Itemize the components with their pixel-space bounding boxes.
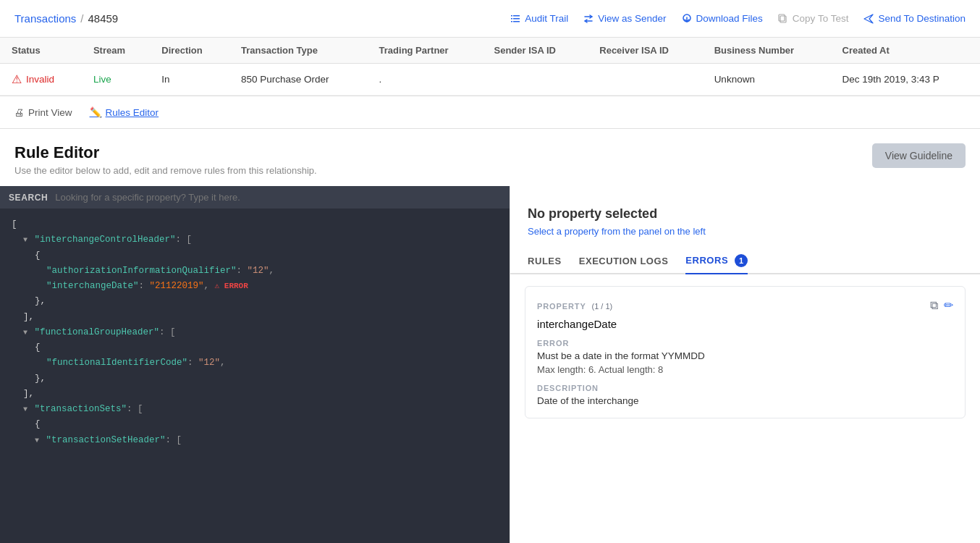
transaction-table: Status Stream Direction Transaction Type… <box>0 38 980 96</box>
copy-card-icon: ⧉ <box>930 299 938 311</box>
cell-business-number: Unknown <box>703 64 831 96</box>
download-icon <box>681 13 693 25</box>
cell-trading-partner: . <box>368 64 483 96</box>
svg-rect-2 <box>511 18 512 20</box>
print-view-link[interactable]: 🖨 Print View <box>14 107 72 118</box>
search-input[interactable] <box>55 192 501 203</box>
audit-trail-button[interactable]: Audit Trail <box>510 13 568 25</box>
errors-badge: 1 <box>735 254 748 267</box>
print-icon: 🖨 <box>14 107 25 118</box>
table-row: ⚠ Invalid Live In 850 Purchase Order . U… <box>0 64 980 96</box>
svg-rect-4 <box>511 21 512 22</box>
main-content: SEARCH [ ▼ "interchangeControlHeader": [… <box>0 186 980 543</box>
col-transaction-type: Transaction Type <box>229 38 368 64</box>
svg-rect-7 <box>780 16 786 22</box>
error-message: Must be a date in the format YYMMDD <box>537 350 953 361</box>
description-text: Date of the interchange <box>537 395 953 406</box>
tab-errors[interactable]: ERRORS 1 <box>685 248 748 274</box>
col-direction: Direction <box>150 38 229 64</box>
swap-icon <box>583 13 594 25</box>
list-icon <box>510 13 521 25</box>
cell-status: ⚠ Invalid <box>0 64 82 96</box>
table-section: Status Stream Direction Transaction Type… <box>0 38 980 96</box>
cell-stream: Live <box>82 64 150 96</box>
col-business-number: Business Number <box>703 38 831 64</box>
col-receiver-isa: Receiver ISA ID <box>588 38 702 64</box>
panel-tabs: RULES EXECUTION LOGS ERRORS 1 <box>510 248 980 274</box>
property-panel: No property selected Select a property f… <box>510 186 980 543</box>
col-trading-partner: Trading Partner <box>368 38 483 64</box>
rules-editor-link[interactable]: ✏️ Rules Editor <box>90 106 159 118</box>
error-card-header: PROPERTY (1 / 1) ⧉ ✏ <box>537 298 953 312</box>
download-files-button[interactable]: Download Files <box>681 13 763 25</box>
no-property-subtitle: Select a property from the panel on the … <box>528 226 963 237</box>
card-edit-button[interactable]: ✏ <box>944 298 953 312</box>
breadcrumb-parent[interactable]: Transactions <box>14 12 76 25</box>
view-as-sender-button[interactable]: View as Sender <box>583 13 666 25</box>
sub-nav: 🖨 Print View ✏️ Rules Editor <box>0 96 980 129</box>
description-label: DESCRIPTION <box>537 384 953 392</box>
view-guideline-button[interactable]: View Guideline <box>872 143 966 168</box>
tab-execution-logs[interactable]: EXECUTION LOGS <box>579 248 669 274</box>
top-bar: Transactions / 48459 Audit Trail View as… <box>0 0 980 38</box>
top-actions: Audit Trail View as Sender Download File… <box>510 13 966 25</box>
breadcrumb: Transactions / 48459 <box>14 12 118 25</box>
col-stream: Stream <box>82 38 150 64</box>
editor-search-bar: SEARCH <box>0 186 510 209</box>
property-name: interchangeDate <box>537 318 953 330</box>
rule-editor-title: Rule Editor <box>14 143 317 162</box>
property-count: (1 / 1) <box>592 302 613 311</box>
copy-to-test-button[interactable]: Copy To Test <box>777 13 849 25</box>
editor-code: [ ▼ "interchangeControlHeader": [ { "aut… <box>0 209 510 543</box>
error-label: ERROR <box>537 339 953 348</box>
svg-rect-1 <box>513 15 520 17</box>
svg-rect-5 <box>513 21 520 22</box>
no-property-title: No property selected <box>528 206 963 222</box>
svg-rect-8 <box>779 14 785 21</box>
editor-panel: SEARCH [ ▼ "interchangeControlHeader": [… <box>0 186 510 543</box>
send-icon <box>863 13 874 25</box>
cell-receiver-isa <box>588 64 702 96</box>
error-card: PROPERTY (1 / 1) ⧉ ✏ interchangeDate ERR… <box>525 286 966 418</box>
warning-icon: ⚠ <box>12 72 22 86</box>
svg-rect-0 <box>511 15 512 17</box>
card-copy-button[interactable]: ⧉ <box>930 298 938 312</box>
copy-icon <box>777 13 789 25</box>
rule-editor-header: Rule Editor Use the editor below to add,… <box>0 129 980 186</box>
cell-sender-isa <box>482 64 588 96</box>
cell-direction: In <box>150 64 229 96</box>
cell-transaction-type: 850 Purchase Order <box>229 64 368 96</box>
breadcrumb-current: 48459 <box>88 12 118 25</box>
error-detail: Max length: 6. Actual length: 8 <box>537 364 953 375</box>
col-sender-isa: Sender ISA ID <box>482 38 588 64</box>
col-status: Status <box>0 38 82 64</box>
tab-rules[interactable]: RULES <box>528 248 562 274</box>
card-actions: ⧉ ✏ <box>930 298 953 312</box>
rule-editor-subtitle: Use the editor below to add, edit and re… <box>14 165 317 176</box>
edit-card-icon: ✏ <box>944 299 953 311</box>
property-label: PROPERTY <box>537 302 586 311</box>
send-destination-button[interactable]: Send To Destination <box>863 13 966 25</box>
col-created-at: Created At <box>831 38 981 64</box>
breadcrumb-separator: / <box>80 12 83 25</box>
search-label: SEARCH <box>9 193 48 203</box>
svg-rect-3 <box>513 18 520 20</box>
edit-icon: ✏️ <box>90 106 102 118</box>
no-property-header: No property selected Select a property f… <box>510 186 980 248</box>
cell-created-at: Dec 19th 2019, 3:43 P <box>831 64 981 96</box>
